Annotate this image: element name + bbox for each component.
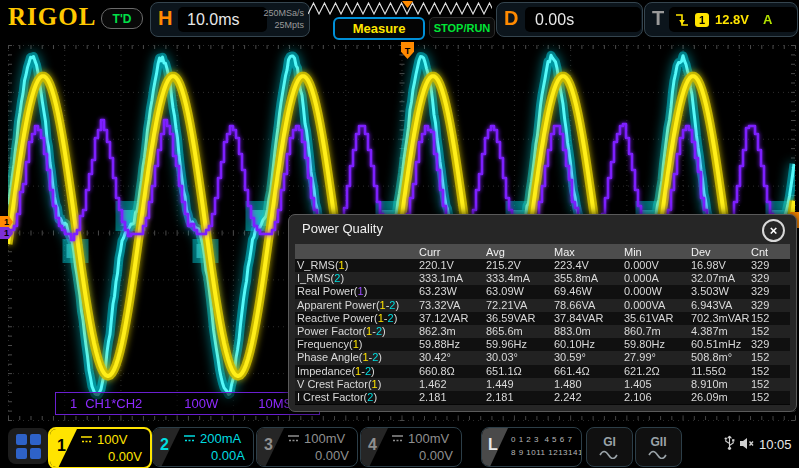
measurement-value: 329	[749, 338, 790, 351]
measurement-value: 152	[749, 365, 790, 378]
measurement-value: 59.80Hz	[622, 338, 689, 351]
channel-3-number: 3	[264, 436, 273, 454]
measurement-value: 333.4mA	[484, 272, 552, 285]
measurement-value: 329	[749, 285, 790, 298]
trigger-level-value: 12.8V	[715, 12, 749, 27]
channel-4-offset: 0.00V	[419, 448, 453, 463]
trigger-source-badge: 1	[695, 13, 709, 27]
delay-block[interactable]: D 0.00s	[496, 2, 643, 37]
measurement-value: 329	[749, 272, 790, 285]
generator-2-button[interactable]: GII	[635, 427, 682, 467]
column-header: Dev	[689, 244, 749, 259]
measurement-value: 223.4V	[552, 259, 622, 272]
math-channel-label[interactable]: 1 CH1*CH2 100W 10MSa/s	[55, 392, 320, 415]
panel-title: Power Quality	[302, 221, 383, 236]
measurement-value: 3.503W	[689, 285, 749, 298]
coupling-icon	[80, 435, 93, 444]
table-row: Power Factor(1-2)862.3m865.6m883.0m860.7…	[295, 325, 790, 338]
falling-edge-icon	[675, 12, 689, 28]
measurement-value: 152	[749, 391, 790, 404]
oscilloscope-screen: RIGOL T'D H 10.0ms 250MSa/s 25Mpts Measu…	[0, 0, 799, 468]
bottom-status-bar: 1 100V 0.00V 2 200mA 0.00A 3 100mV 0.00V…	[0, 424, 799, 468]
measurement-value: 63.23W	[417, 285, 484, 298]
math-badge: 1	[70, 396, 77, 411]
column-header: Cnt	[749, 244, 790, 259]
coupling-icon	[391, 434, 404, 443]
close-button[interactable]: ×	[762, 219, 785, 242]
measurement-value: 1.405	[622, 378, 689, 391]
acquisition-info: 250MSa/s 25Mpts	[263, 7, 304, 31]
table-row: Phase Angle(1-2)30.42°30.03°30.59°27.99°…	[295, 351, 790, 364]
channel-block-3[interactable]: 3 100mV 0.00V	[256, 427, 358, 467]
measurement-label: V_RMS(1)	[295, 259, 417, 272]
power-quality-panel: Power Quality × CurrAvgMaxMinDevCnt V_RM…	[288, 214, 797, 412]
channel-2-number: 2	[160, 436, 169, 454]
trigger-status-badge: T'D	[101, 8, 143, 29]
channel-4-number: 4	[368, 436, 377, 454]
measurement-value: 702.3mVAR	[689, 312, 749, 325]
measurement-value: 0.000W	[622, 285, 689, 298]
measurement-value: 37.84VAR	[552, 312, 622, 325]
waveform-overview-strip[interactable]	[308, 1, 492, 17]
overview-zigzag-icon	[308, 1, 492, 17]
channel-2-scale: 200mA	[200, 431, 241, 446]
measurement-value: 329	[749, 299, 790, 312]
delay-value[interactable]: 0.00s	[525, 7, 641, 32]
generator-1-button[interactable]: GI	[586, 427, 633, 467]
measure-button[interactable]: Measure	[333, 17, 425, 40]
channel-block-2[interactable]: 2 200mA 0.00A	[152, 427, 254, 467]
measurement-value: 63.09W	[484, 285, 552, 298]
channel-1-scale: 100V	[97, 432, 127, 447]
menu-grid-button[interactable]	[8, 428, 48, 464]
rigol-logo: RIGOL	[8, 3, 96, 31]
measurement-value: 508.8m°	[689, 351, 749, 364]
measurement-value: 2.181	[417, 391, 484, 404]
measurement-value: 2.106	[622, 391, 689, 404]
delay-label: D	[504, 7, 518, 30]
trigger-block[interactable]: T 1 12.8V A	[644, 2, 798, 37]
menu-grid-icon	[16, 434, 27, 445]
math-scale: 100W	[184, 396, 218, 411]
measurement-label: Reactive Power(1-2)	[295, 312, 417, 325]
measurement-value: 862.3m	[417, 325, 484, 338]
sine-icon	[648, 450, 670, 459]
math-expression: CH1*CH2	[85, 396, 142, 411]
menu-grid-icon	[30, 448, 41, 459]
channel-1-offset: 0.00V	[108, 449, 142, 464]
measurement-value: 78.66VA	[552, 299, 622, 312]
stop-run-button[interactable]: STOP/RUN	[429, 17, 495, 38]
measurement-value: 661.4Ω	[552, 365, 622, 378]
column-header: Max	[552, 244, 622, 259]
measurement-label: I_RMS(2)	[295, 272, 417, 285]
top-status-bar: RIGOL T'D H 10.0ms 250MSa/s 25Mpts Measu…	[0, 0, 799, 37]
timebase-value[interactable]: 10.0ms	[178, 7, 267, 32]
measurement-value: 73.32VA	[417, 299, 484, 312]
table-row: Real Power(1)63.23W63.09W69.46W0.000W3.5…	[295, 285, 790, 298]
measurement-value: 220.1V	[417, 259, 484, 272]
channel-4-scale: 100mV	[408, 431, 449, 446]
menu-grid-icon	[16, 448, 27, 459]
measurement-value: 883.0m	[552, 325, 622, 338]
measurement-label: Frequency(1)	[295, 338, 417, 351]
channel-block-1[interactable]: 1 100V 0.00V	[48, 427, 152, 468]
panel-header[interactable]: Power Quality ×	[289, 215, 796, 243]
measurement-value: 660.8Ω	[417, 365, 484, 378]
measurement-value: 152	[749, 351, 790, 364]
digital-channels-block[interactable]: L 0 1 2 3 4 5 6 7 8 9 1011 12131415	[481, 427, 582, 467]
column-header: Min	[622, 244, 689, 259]
channel-block-4[interactable]: 4 100mV 0.00V	[360, 427, 462, 467]
measurement-value: 1.449	[484, 378, 552, 391]
measurement-value: 2.242	[552, 391, 622, 404]
measurement-value: 37.12VAR	[417, 312, 484, 325]
measurement-table: CurrAvgMaxMinDevCnt V_RMS(1)220.1V215.2V…	[295, 244, 790, 405]
measurement-value: 355.8mA	[552, 272, 622, 285]
measurement-label: I Crest Factor(2)	[295, 391, 417, 404]
sample-rate: 250MSa/s	[263, 7, 304, 19]
horizontal-block[interactable]: H 10.0ms 250MSa/s 25Mpts	[150, 2, 310, 37]
channel-1-number: 1	[57, 437, 66, 455]
measurement-value: 32.07mA	[689, 272, 749, 285]
measurement-value: 152	[749, 325, 790, 338]
table-row: V Crest Factor(1)1.4621.4491.4801.4058.9…	[295, 378, 790, 391]
measurement-value: 651.1Ω	[484, 365, 552, 378]
trigger-settings[interactable]: 1 12.8V A	[669, 7, 797, 32]
